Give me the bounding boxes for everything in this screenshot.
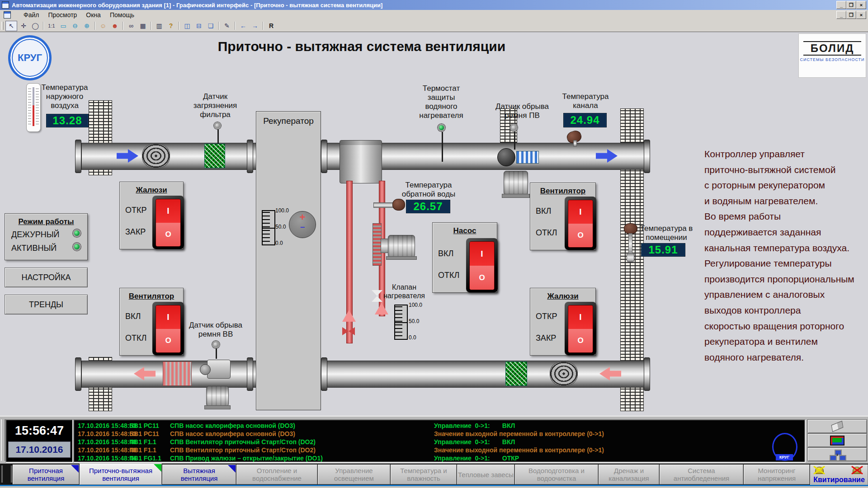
duct-temp-label: Температура канала <box>561 92 610 110</box>
select-tool-icon[interactable]: ↖ <box>5 21 17 31</box>
tab-exhaust-ventilation[interactable]: Вытяжная вентиляция <box>162 465 236 484</box>
print-icon[interactable]: ▥ <box>154 21 165 31</box>
clear-log-button[interactable] <box>807 419 867 433</box>
exhaust-fan-motor <box>206 386 229 407</box>
supply-louver-switch[interactable]: IO <box>152 196 184 249</box>
status-bar: 15:56:47 17.10.2016 17.10.2016 15:48:53 … <box>0 416 868 465</box>
pump-switch[interactable]: IO <box>466 238 498 292</box>
krug-badge-text: КРУГ <box>776 454 793 460</box>
mode-standby-led[interactable] <box>73 229 81 237</box>
tab-lighting-control[interactable]: Управление освещением <box>318 465 390 484</box>
exhaust-louver-close-label: ЗАКР <box>536 333 556 343</box>
acknowledge-button[interactable]: Квитирование <box>810 465 868 485</box>
knob-plus[interactable]: + <box>289 211 316 223</box>
log-row-status: Значение выходной переменной в контролле… <box>434 446 604 454</box>
close-button[interactable]: × <box>856 1 866 9</box>
child-close-button[interactable]: × <box>856 11 866 19</box>
child-minimize-button[interactable]: _ <box>836 11 846 19</box>
pan-tool-icon[interactable]: ✛ <box>18 21 29 31</box>
menu-windows[interactable]: Окна <box>81 10 105 19</box>
heater-valve-label: Клапан нагревателя <box>381 283 428 300</box>
log-row-message: СПВ Вентилятор приточный Старт/Стоп (DO2… <box>170 438 316 446</box>
exhaust-duct-flange-recup-right <box>321 357 327 391</box>
tab-supply-exhaust-ventilation[interactable]: Приточно-вытяжная вентиляция <box>80 464 162 485</box>
trend-table-icon[interactable]: ▦ <box>137 21 148 31</box>
return-water-temp-label: Температура обратной воды <box>398 181 459 199</box>
child-restore-button[interactable]: ❐ <box>846 11 856 19</box>
tab-drainage-sewerage[interactable]: Дренаж и канализация <box>599 465 659 484</box>
log-row-message: СПВ насос калорифера основной (DO3) <box>170 422 295 429</box>
acknowledge-label: Квитирование <box>813 476 865 484</box>
knob-minus[interactable]: − <box>289 223 316 231</box>
event-log[interactable]: 17.10.2016 15:48:53 ПВ1 РС11 СПВ насос к… <box>73 419 806 463</box>
mode-active-label: АКТИВНЫЙ <box>11 244 57 253</box>
tab-supply-ventilation[interactable]: Приточная вентиляция <box>13 465 79 484</box>
exhaust-louver-title: Жалюзи <box>530 292 595 301</box>
find-icon[interactable]: ∞ <box>126 21 137 31</box>
tab-heat-curtains[interactable]: Тепловые завесы <box>457 465 514 484</box>
settings-button[interactable]: НАСТРОЙКА <box>5 267 88 287</box>
screen-tab-bar: Приточная вентиляция Приточно-вытяжная в… <box>0 464 868 485</box>
exhaust-air-filter <box>505 361 527 386</box>
return-water-sensor-pipe <box>373 202 395 208</box>
exhaust-duct-right <box>318 361 646 388</box>
minimize-button[interactable]: _ <box>836 1 846 9</box>
bolid-logo: БОЛИД СИСТЕМЫ БЕЗОПАСНОСТИ <box>798 33 866 78</box>
zoom-circle-icon[interactable]: ◯ <box>30 21 41 31</box>
supply-louver-open-label: ОТКР <box>125 206 147 215</box>
tab-temperature-humidity[interactable]: Температура и влажность <box>391 465 457 484</box>
supply-fan-title: Вентилятор <box>120 292 183 301</box>
zoom-region-icon[interactable]: ▭ <box>58 21 69 31</box>
forward-icon[interactable]: → <box>250 21 260 31</box>
back-icon[interactable]: ← <box>238 21 249 31</box>
exhaust-fan-pulley <box>200 364 211 375</box>
zoom-out-icon[interactable]: ⊖ <box>70 21 80 31</box>
restore-button[interactable]: ❐ <box>846 1 856 9</box>
r-tool-label[interactable]: R <box>266 21 277 31</box>
supply-fan-switch[interactable]: IO <box>152 302 184 355</box>
user-icon[interactable]: ☺ <box>98 21 108 31</box>
edit-icon[interactable]: ✎ <box>222 21 232 31</box>
trend-screen-icon <box>830 436 844 446</box>
tab-water-treatment[interactable]: Водоподготовка и водоочистка <box>515 465 598 484</box>
heater-thermostat-led <box>438 124 445 131</box>
heater-valve-scale <box>394 305 408 340</box>
room-temp-label: Температура в помещении <box>632 224 701 242</box>
recuperator-unit: Рекуператор 100.0 50.0 0.0 + − <box>256 111 321 410</box>
recuperator-speed-knob[interactable]: + − <box>289 211 316 238</box>
toolbar-grip <box>1 22 4 30</box>
window-cascade-icon[interactable]: ❏ <box>205 21 216 31</box>
tab-voltage-monitoring[interactable]: Мониторинг напряжения <box>744 465 810 484</box>
app-icon <box>2 1 9 9</box>
recuperator-scale <box>262 210 275 245</box>
menu-help[interactable]: Помощь <box>105 10 139 19</box>
window-horizontal-icon[interactable]: ⊟ <box>193 21 204 31</box>
menu-file[interactable]: Файл <box>19 10 43 19</box>
duct-temp-value: 24.94 <box>563 113 607 127</box>
exhaust-fan-switch[interactable]: IO <box>565 197 596 250</box>
pump-motor <box>388 235 415 258</box>
supply-flex-connector <box>142 144 170 168</box>
window-vertical-icon[interactable]: ◫ <box>182 21 193 31</box>
exhaust-louver-switch[interactable]: IO <box>565 302 596 355</box>
log-row-message: СПВ Вентилятор приточный Старт/Стоп (DO2… <box>170 446 316 454</box>
recuperator-scale-top: 100.0 <box>275 207 289 214</box>
pump-on-label: ВКЛ <box>438 249 453 258</box>
title-bar: Автоматизация инженерного оборудования з… <box>0 0 868 10</box>
trends-button[interactable]: ТРЕНДЫ <box>5 295 88 314</box>
mode-panel-title: Режим работы <box>5 217 87 226</box>
exhaust-duct-flange-left <box>75 357 81 391</box>
network-button[interactable] <box>807 447 867 461</box>
trend-screen-button[interactable] <box>807 433 867 447</box>
menu-view[interactable]: Просмотр <box>43 10 81 19</box>
tab-anti-icing-system[interactable]: Система антиобледенения <box>660 465 743 484</box>
tab-marker-green <box>154 464 161 472</box>
tab-heating-water-supply[interactable]: Отопление и водоснабжение <box>236 465 317 484</box>
help-icon[interactable]: ? <box>165 21 176 31</box>
zoom-actual-icon[interactable]: 1:1 <box>46 21 57 31</box>
clock-time: 15:56:47 <box>6 424 72 438</box>
zoom-in-icon[interactable]: ⊕ <box>81 21 92 31</box>
mode-active-led[interactable] <box>73 243 81 251</box>
user-edit-icon[interactable]: ☻ <box>109 21 120 31</box>
krug-logo: КРУГ <box>8 35 52 80</box>
